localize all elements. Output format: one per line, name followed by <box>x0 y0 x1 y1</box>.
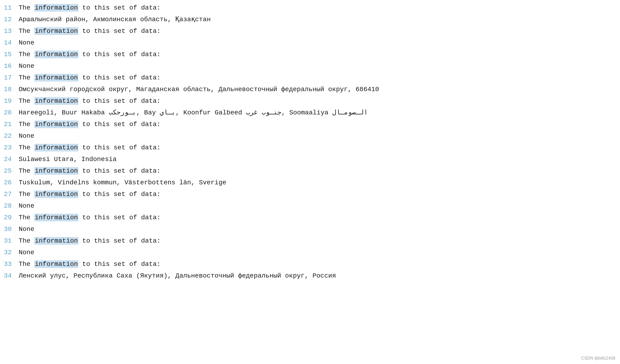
line-content: Омсукчанский городской округ, Магаданска… <box>19 84 620 95</box>
code-line: 14None <box>0 37 620 49</box>
line-content: The information to this set of data: <box>19 96 620 106</box>
highlighted-word: information <box>34 74 78 82</box>
line-number: 15 <box>0 49 19 60</box>
line-content: The information to this set of data: <box>19 3 620 13</box>
line-number: 30 <box>0 224 19 235</box>
line-number: 14 <box>0 38 19 48</box>
code-line: 30None <box>0 224 620 235</box>
line-content: None <box>19 224 620 235</box>
highlighted-word: information <box>34 167 78 175</box>
highlighted-word: information <box>34 27 78 35</box>
line-content: None <box>19 131 620 141</box>
line-number: 12 <box>0 15 19 25</box>
highlighted-word: information <box>34 190 78 198</box>
line-number: 31 <box>0 236 19 246</box>
line-number: 32 <box>0 247 19 258</box>
code-line: 12Аршалынский район, Акмолинская область… <box>0 14 620 26</box>
line-content: Tuskulum, Vindelns kommun, Västerbottens… <box>19 178 620 188</box>
line-number: 21 <box>0 119 19 130</box>
line-content: The information to this set of data: <box>19 236 620 246</box>
code-line: 26Tuskulum, Vindelns kommun, Västerbotte… <box>0 177 620 189</box>
code-line: 11The information to this set of data: <box>0 2 620 14</box>
code-line: 21The information to this set of data: <box>0 119 620 131</box>
code-line: 15The information to this set of data: <box>0 49 620 61</box>
highlighted-word: information <box>34 237 78 245</box>
line-content: Ленский улус, Республика Саха (Якутия), … <box>19 271 620 281</box>
code-line: 32None <box>0 247 620 259</box>
line-number: 25 <box>0 166 19 176</box>
code-line: 27The information to this set of data: <box>0 189 620 200</box>
code-line: 28None <box>0 200 620 212</box>
line-number: 20 <box>0 108 19 118</box>
code-line: 18Омсукчанский городской округ, Магаданс… <box>0 84 620 95</box>
line-number: 18 <box>0 84 19 95</box>
code-line: 17The information to this set of data: <box>0 72 620 84</box>
code-line: 19The information to this set of data: <box>0 95 620 107</box>
code-line: 24Sulawesi Utara, Indonesia <box>0 154 620 166</box>
code-line: 33The information to this set of data: <box>0 259 620 270</box>
line-content: The information to this set of data: <box>19 166 620 176</box>
code-line: 29The information to this set of data: <box>0 212 620 224</box>
line-content: The information to this set of data: <box>19 189 620 200</box>
highlighted-word: information <box>34 260 78 268</box>
line-content: The information to this set of data: <box>19 73 620 83</box>
highlighted-word: information <box>34 121 78 128</box>
line-number: 22 <box>0 131 19 141</box>
line-content: The information to this set of data: <box>19 49 620 60</box>
code-line: 16None <box>0 61 620 72</box>
line-content: None <box>19 38 620 48</box>
code-line: 31The information to this set of data: <box>0 235 620 247</box>
line-content: None <box>19 61 620 72</box>
line-number: 23 <box>0 143 19 153</box>
line-content: None <box>19 201 620 211</box>
highlighted-word: information <box>34 144 78 152</box>
highlighted-word: information <box>34 4 78 12</box>
line-content: None <box>19 247 620 258</box>
highlighted-word: information <box>34 214 78 221</box>
code-line: 34Ленский улус, Республика Саха (Якутия)… <box>0 270 620 282</box>
line-number: 11 <box>0 3 19 13</box>
code-line: 25The information to this set of data: <box>0 166 620 177</box>
line-number: 17 <box>0 73 19 83</box>
line-number: 13 <box>0 26 19 37</box>
line-number: 28 <box>0 201 19 211</box>
line-content: The information to this set of data: <box>19 26 620 37</box>
highlighted-word: information <box>34 51 78 58</box>
line-number: 34 <box>0 271 19 281</box>
line-number: 26 <box>0 178 19 188</box>
code-line: 22None <box>0 131 620 142</box>
line-number: 24 <box>0 154 19 165</box>
line-number: 19 <box>0 96 19 106</box>
line-number: 27 <box>0 189 19 200</box>
line-content: The information to this set of data: <box>19 143 620 153</box>
line-number: 29 <box>0 212 19 223</box>
line-content: Sulawesi Utara, Indonesia <box>19 154 620 165</box>
line-number: 16 <box>0 61 19 72</box>
line-content: Hareegoli, Buur Hakaba بـورحكب, Bay بـاي… <box>19 108 620 118</box>
line-content: The information to this set of data: <box>19 212 620 223</box>
highlighted-word: information <box>34 97 78 105</box>
code-line: 13The information to this set of data: <box>0 26 620 37</box>
code-line: 23The information to this set of data: <box>0 142 620 154</box>
line-content: The information to this set of data: <box>19 259 620 270</box>
line-content: The information to this set of data: <box>19 119 620 130</box>
line-number: 33 <box>0 259 19 270</box>
code-line: 20Hareegoli, Buur Hakaba بـورحكب, Bay بـ… <box>0 107 620 119</box>
line-content: Аршалынский район, Акмолинская область, … <box>19 15 620 25</box>
code-view: 11The information to this set of data:12… <box>0 0 620 284</box>
